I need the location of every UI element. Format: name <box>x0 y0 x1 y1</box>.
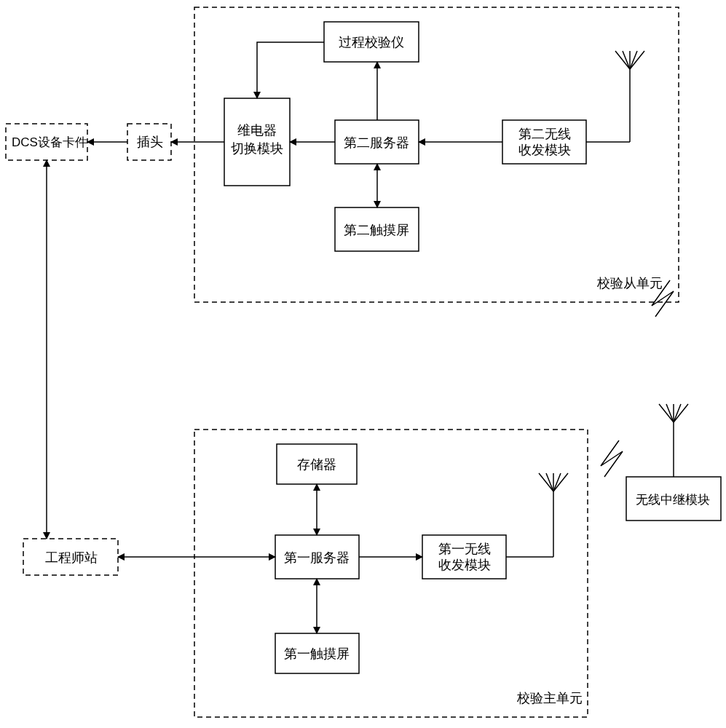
wireless2-l1: 第二无线 <box>518 127 571 141</box>
svg-line-9 <box>553 473 568 491</box>
antenna-icon <box>506 473 568 557</box>
svg-line-16 <box>674 404 681 422</box>
touch1-label: 第一触摸屏 <box>284 646 350 661</box>
svg-line-13 <box>659 404 674 422</box>
engineer-station-label: 工程师站 <box>45 550 98 565</box>
wireless1-l1: 第一无线 <box>438 542 491 556</box>
wireless1-l2: 收发模块 <box>438 558 491 572</box>
relay-switch-l1: 维电器 <box>237 123 277 138</box>
master-unit-group <box>194 430 588 717</box>
relay-switch-l2: 切换模块 <box>231 141 283 156</box>
process-calibrator-label: 过程校验仪 <box>339 35 404 50</box>
svg-line-4 <box>623 51 630 69</box>
svg-line-11 <box>553 473 561 491</box>
slave-unit-label: 校验从单元 <box>596 276 663 290</box>
svg-line-14 <box>674 404 688 422</box>
signal-icon <box>601 440 623 477</box>
wireless-relay-label: 无线中继模块 <box>636 493 710 507</box>
memory-label: 存储器 <box>297 457 336 472</box>
wireless2-l2: 收发模块 <box>518 143 571 157</box>
plug-label: 插头 <box>137 135 163 149</box>
antenna-icon <box>586 51 644 142</box>
svg-line-8 <box>539 473 553 491</box>
server1-label: 第一服务器 <box>284 550 350 565</box>
svg-line-2 <box>615 51 630 69</box>
server2-label: 第二服务器 <box>344 135 409 150</box>
svg-line-3 <box>630 51 644 69</box>
dcs-card-label: DCS设备卡件 <box>12 135 87 149</box>
svg-line-10 <box>546 473 553 491</box>
arrow-calib-to-relay <box>257 42 324 98</box>
touch2-label: 第二触摸屏 <box>344 223 409 237</box>
svg-line-5 <box>630 51 637 69</box>
antenna-icon <box>659 404 688 477</box>
master-unit-label: 校验主单元 <box>516 691 583 705</box>
svg-line-15 <box>666 404 674 422</box>
